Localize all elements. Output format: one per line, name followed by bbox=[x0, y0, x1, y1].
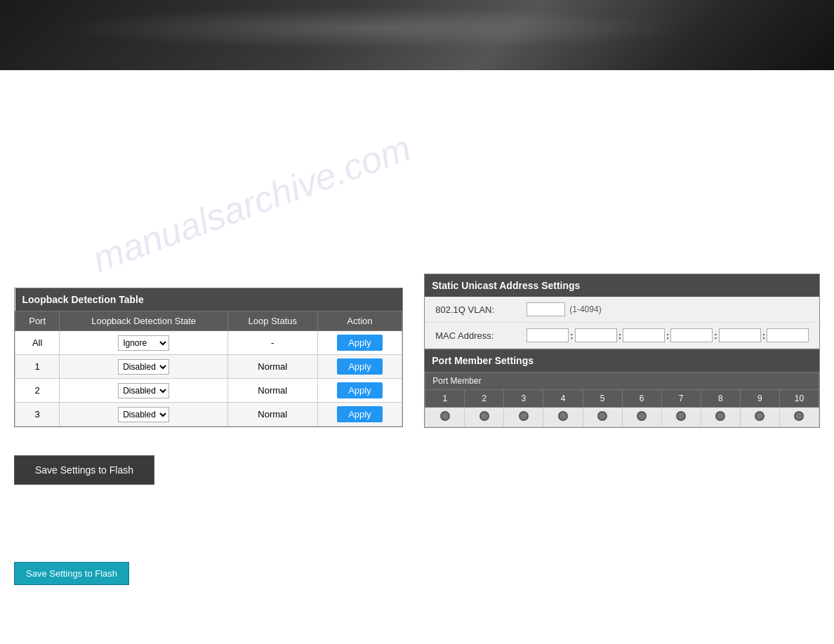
loopback-state-cell-2: DisabledEnabled bbox=[60, 379, 228, 403]
port-col-1: 1 bbox=[425, 390, 465, 408]
loopback-state-select-1[interactable]: DisabledEnabled bbox=[118, 359, 169, 375]
port-radio-cell-3[interactable] bbox=[504, 408, 543, 427]
port-col-5: 5 bbox=[583, 390, 622, 408]
mac-sep-5: : bbox=[762, 330, 765, 341]
port-radio-cell-8[interactable] bbox=[701, 408, 740, 427]
port-radio-cell-10[interactable] bbox=[779, 408, 819, 427]
loopback-state-select-3[interactable]: DisabledEnabled bbox=[118, 407, 169, 422]
mac-octet-6[interactable] bbox=[767, 328, 809, 342]
col-loop-status: Loop Status bbox=[228, 311, 318, 331]
vlan-hint: (1-4094) bbox=[569, 304, 601, 314]
col-loopback-state: Loopback Detection State bbox=[60, 311, 228, 331]
port-col-3: 3 bbox=[504, 390, 543, 408]
loop-status-2: Normal bbox=[228, 379, 318, 403]
port-radio-10[interactable] bbox=[794, 411, 804, 421]
col-action: Action bbox=[317, 311, 402, 331]
port-radio-cell-1[interactable] bbox=[425, 408, 465, 427]
action-cell-3: Apply bbox=[317, 403, 402, 427]
mac-label: MAC Address: bbox=[435, 330, 527, 341]
loopback-state-select-2[interactable]: DisabledEnabled bbox=[118, 383, 169, 398]
port-radio-cell-7[interactable] bbox=[661, 408, 701, 427]
save-settings-blue-button[interactable]: Save Settings to Flash bbox=[14, 562, 129, 585]
save-settings-dark-button[interactable]: Save Settings to Flash bbox=[14, 455, 154, 485]
port-col-2: 2 bbox=[465, 390, 504, 408]
watermark: manualsarchive.com bbox=[87, 126, 416, 280]
action-cell-2: Apply bbox=[317, 379, 402, 403]
loopback-detection-table: Loopback Detection Table Port Loopback D… bbox=[14, 288, 403, 427]
port-radio-cell-5[interactable] bbox=[583, 408, 622, 427]
vlan-input[interactable] bbox=[527, 302, 565, 316]
port-member-settings: Port Member Settings Port Member 1234567… bbox=[424, 349, 820, 428]
action-cell-1: Apply bbox=[317, 355, 402, 379]
port-radio-7[interactable] bbox=[676, 411, 686, 421]
loopback-state-cell-1: DisabledEnabled bbox=[60, 355, 228, 379]
loop-status-1: Normal bbox=[228, 355, 318, 379]
loopback-port-0: All bbox=[15, 331, 60, 355]
port-radio-1[interactable] bbox=[440, 411, 450, 421]
mac-row: MAC Address: : : : : : bbox=[425, 323, 819, 349]
loopback-state-select-0[interactable]: IgnoreDisabledEnabled bbox=[118, 335, 169, 351]
loopback-state-cell-0: IgnoreDisabledEnabled bbox=[60, 331, 228, 355]
port-col-8: 8 bbox=[701, 390, 740, 408]
mac-octet-4[interactable] bbox=[670, 328, 713, 342]
port-radio-3[interactable] bbox=[519, 411, 529, 421]
mac-octet-2[interactable] bbox=[575, 328, 617, 342]
port-col-6: 6 bbox=[622, 390, 661, 408]
port-radio-cell-2[interactable] bbox=[465, 408, 504, 427]
port-member-label: Port Member bbox=[425, 373, 819, 390]
static-unicast-settings: Static Unicast Address Settings 802.1Q V… bbox=[424, 274, 820, 349]
vlan-row: 802.1Q VLAN: (1-4094) bbox=[425, 297, 819, 323]
mac-octet-3[interactable] bbox=[623, 328, 665, 342]
mac-sep-3: : bbox=[666, 330, 669, 341]
mac-sep-1: : bbox=[570, 330, 573, 341]
loopback-port-1: 1 bbox=[15, 355, 60, 379]
mac-octet-5[interactable] bbox=[719, 328, 761, 342]
action-cell-0: Apply bbox=[317, 331, 402, 355]
apply-button-0[interactable]: Apply bbox=[337, 335, 383, 351]
right-panel: Static Unicast Address Settings 802.1Q V… bbox=[417, 77, 820, 624]
loop-status-3: Normal bbox=[228, 403, 318, 427]
loopback-port-3: 3 bbox=[15, 403, 60, 427]
mac-field: : : : : : bbox=[527, 328, 809, 342]
loopback-state-cell-3: DisabledEnabled bbox=[60, 403, 228, 427]
loopback-table-title: Loopback Detection Table bbox=[15, 288, 402, 311]
loopback-port-2: 2 bbox=[15, 379, 60, 403]
loop-status-0: - bbox=[228, 331, 318, 355]
port-radio-2[interactable] bbox=[479, 411, 489, 421]
port-col-4: 4 bbox=[543, 390, 583, 408]
apply-button-2[interactable]: Apply bbox=[337, 382, 383, 398]
vlan-label: 802.1Q VLAN: bbox=[435, 304, 527, 315]
port-col-9: 9 bbox=[740, 390, 779, 408]
col-port: Port bbox=[15, 311, 60, 331]
mac-octet-1[interactable] bbox=[527, 328, 569, 342]
apply-button-1[interactable]: Apply bbox=[337, 358, 383, 375]
port-radio-6[interactable] bbox=[637, 411, 647, 421]
port-radio-cell-4[interactable] bbox=[543, 408, 583, 427]
port-member-title: Port Member Settings bbox=[425, 349, 819, 372]
mac-sep-4: : bbox=[714, 330, 717, 341]
port-member-table: Port Member 12345678910 bbox=[425, 372, 819, 427]
port-radio-5[interactable] bbox=[597, 411, 607, 421]
port-radio-cell-9[interactable] bbox=[740, 408, 779, 427]
port-col-7: 7 bbox=[661, 390, 701, 408]
port-col-10: 10 bbox=[779, 390, 819, 408]
mac-sep-2: : bbox=[618, 330, 621, 341]
port-radio-cell-6[interactable] bbox=[622, 408, 661, 427]
port-radio-8[interactable] bbox=[715, 411, 725, 421]
port-radio-9[interactable] bbox=[755, 411, 764, 421]
left-panel: manualsarchive.com Loopback Detection Ta… bbox=[14, 77, 417, 624]
static-unicast-title: Static Unicast Address Settings bbox=[425, 274, 819, 297]
header-banner bbox=[0, 0, 834, 70]
apply-button-3[interactable]: Apply bbox=[337, 406, 383, 422]
port-radio-4[interactable] bbox=[558, 411, 568, 421]
